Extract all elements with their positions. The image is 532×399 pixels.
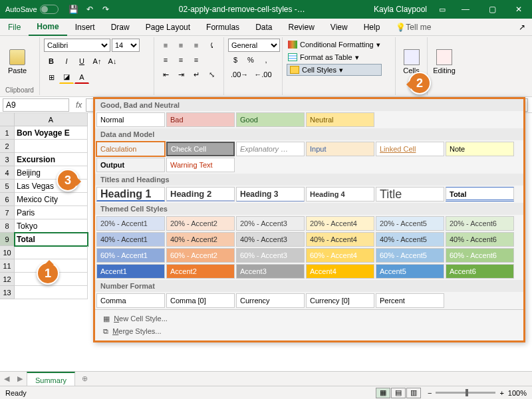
- cell[interactable]: [15, 286, 88, 299]
- currency-button[interactable]: $: [228, 53, 243, 66]
- style-numberformat[interactable]: Percent: [376, 293, 444, 308]
- style-heading4[interactable]: Heading 4: [306, 187, 374, 201]
- style-a100-accent1[interactable]: Accent1: [96, 264, 165, 279]
- minimize-button[interactable]: —: [452, 0, 479, 19]
- decrease-decimal-button[interactable]: ←.00: [251, 68, 274, 81]
- style-title[interactable]: Title: [376, 187, 444, 201]
- new-cell-style[interactable]: ▦ New Cell Style...: [95, 313, 523, 325]
- redo-icon[interactable]: ↷: [100, 3, 112, 15]
- close-button[interactable]: ✕: [505, 0, 532, 19]
- style-a60-accent1[interactable]: 60% - Accent1: [96, 248, 165, 263]
- column-header-a[interactable]: A: [15, 113, 88, 126]
- style-a20-accent1[interactable]: 20% - Accent1: [96, 216, 165, 231]
- style-a40-accent2[interactable]: 40% - Accent2: [166, 232, 235, 247]
- undo-icon[interactable]: ↶: [84, 3, 96, 15]
- style-a40-accent6[interactable]: 40% - Accent6: [446, 232, 514, 247]
- orientation-button[interactable]: ⤹: [204, 39, 219, 52]
- style-input[interactable]: Input: [306, 142, 374, 156]
- fx-icon[interactable]: fx: [72, 100, 86, 110]
- zoom-slider[interactable]: [436, 392, 495, 394]
- underline-button[interactable]: U: [74, 55, 89, 68]
- add-sheet-button[interactable]: ⊕: [75, 374, 94, 383]
- style-heading1[interactable]: Heading 1: [96, 187, 165, 201]
- align-right-button[interactable]: ≡: [189, 53, 203, 66]
- row-header[interactable]: 5: [0, 180, 15, 193]
- row-header[interactable]: 7: [0, 206, 15, 219]
- align-middle-button[interactable]: ≡: [174, 39, 188, 52]
- tab-home[interactable]: Home: [29, 19, 66, 36]
- conditional-formatting-button[interactable]: Conditional Formatting ▾: [287, 39, 382, 51]
- cell[interactable]: [15, 140, 88, 153]
- decrease-indent-button[interactable]: ⇤: [158, 68, 173, 81]
- name-box[interactable]: A9: [3, 98, 69, 112]
- style-neutral[interactable]: Neutral: [306, 112, 374, 127]
- style-good[interactable]: Good: [236, 112, 305, 127]
- align-top-button[interactable]: ≡: [158, 39, 173, 52]
- percent-button[interactable]: %: [243, 53, 258, 66]
- tab-page-layout[interactable]: Page Layout: [138, 19, 198, 36]
- zoom-level[interactable]: 100%: [508, 389, 527, 397]
- save-icon[interactable]: 💾: [68, 3, 80, 15]
- style-a20-accent4[interactable]: 20% - Accent4: [306, 216, 374, 231]
- sheet-nav-prev[interactable]: ◀: [0, 374, 13, 383]
- font-select[interactable]: Calibri: [44, 39, 110, 52]
- style-note[interactable]: Note: [446, 142, 514, 156]
- style-a60-accent2[interactable]: 60% - Accent2: [166, 248, 235, 263]
- row-header[interactable]: 12: [0, 273, 15, 286]
- style-a100-accent2[interactable]: Accent2: [166, 264, 235, 279]
- zoom-in-button[interactable]: +: [499, 389, 503, 397]
- row-header[interactable]: 9: [0, 233, 15, 246]
- style-a40-accent4[interactable]: 40% - Accent4: [306, 232, 374, 247]
- italic-button[interactable]: I: [59, 55, 74, 68]
- style-warning-text[interactable]: Warning Text: [166, 158, 235, 172]
- align-center-button[interactable]: ≡: [174, 53, 188, 66]
- maximize-button[interactable]: ▢: [479, 0, 505, 19]
- increase-font-button[interactable]: A↑: [90, 55, 104, 68]
- style-explanatory[interactable]: Explanatory …: [236, 142, 305, 156]
- tell-me[interactable]: 💡 Tell me: [388, 19, 439, 36]
- font-color-button[interactable]: A: [74, 70, 89, 84]
- cell[interactable]: Tokyo: [15, 219, 88, 233]
- tab-file[interactable]: File: [0, 19, 29, 36]
- autosave-toggle[interactable]: AutoSave: [0, 5, 64, 14]
- style-a20-accent3[interactable]: 20% - Accent3: [236, 216, 305, 231]
- select-all-corner[interactable]: [0, 113, 15, 126]
- user-name[interactable]: Kayla Claypool: [368, 5, 432, 14]
- style-a40-accent5[interactable]: 40% - Accent5: [376, 232, 444, 247]
- tab-formulas[interactable]: Formulas: [198, 19, 247, 36]
- editing-button[interactable]: Editing: [432, 39, 457, 85]
- merge-styles[interactable]: ⧉ Merge Styles...: [95, 325, 523, 338]
- increase-decimal-button[interactable]: .00→: [228, 68, 251, 81]
- align-bottom-button[interactable]: ≡: [189, 39, 203, 52]
- align-left-button[interactable]: ≡: [158, 53, 173, 66]
- view-page-break[interactable]: ▥: [406, 388, 421, 398]
- style-numberformat[interactable]: Currency [0]: [306, 293, 374, 308]
- style-numberformat[interactable]: Currency: [236, 293, 305, 308]
- style-a60-accent3[interactable]: 60% - Accent3: [236, 248, 305, 263]
- style-a100-accent4[interactable]: Accent4: [306, 264, 374, 279]
- style-a40-accent1[interactable]: 40% - Accent1: [96, 232, 165, 247]
- row-header[interactable]: 8: [0, 219, 15, 233]
- share-button[interactable]: ↗: [512, 23, 532, 32]
- style-calculation[interactable]: Calculation: [96, 142, 165, 156]
- borders-button[interactable]: ⊞: [44, 70, 59, 84]
- style-total[interactable]: Total: [446, 187, 514, 201]
- row-header[interactable]: 2: [0, 140, 15, 153]
- tab-draw[interactable]: Draw: [103, 19, 138, 36]
- style-linked-cell[interactable]: Linked Cell: [376, 142, 444, 156]
- style-numberformat[interactable]: Comma: [96, 293, 165, 308]
- tab-insert[interactable]: Insert: [67, 19, 103, 36]
- decrease-font-button[interactable]: A↓: [105, 55, 120, 68]
- row-header[interactable]: 3: [0, 153, 15, 166]
- style-normal[interactable]: Normal: [96, 112, 165, 127]
- cell-styles-button[interactable]: Cell Styles ▾: [287, 64, 382, 76]
- style-a40-accent3[interactable]: 40% - Accent3: [236, 232, 305, 247]
- cell[interactable]: Total: [15, 233, 88, 246]
- tab-help[interactable]: Help: [356, 19, 388, 36]
- style-heading2[interactable]: Heading 2: [166, 187, 235, 201]
- cell[interactable]: Paris: [15, 206, 88, 219]
- increase-indent-button[interactable]: ⇥: [174, 68, 188, 81]
- fontsize-select[interactable]: 14: [112, 39, 140, 52]
- row-header[interactable]: 11: [0, 259, 15, 273]
- style-numberformat[interactable]: Comma [0]: [166, 293, 235, 308]
